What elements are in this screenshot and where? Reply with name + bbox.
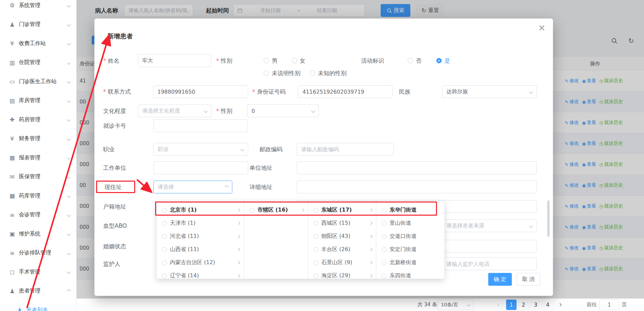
list-icon: ≡ (8, 212, 16, 218)
cascader-option[interactable]: 东华门街道 (376, 204, 444, 217)
gender-code-select[interactable]: 0 (247, 104, 319, 117)
gender-radio-unstated[interactable]: 未说明性别 (264, 69, 300, 77)
cascader-option[interactable]: 山西省 (11) (157, 243, 244, 256)
radio-icon (408, 58, 413, 63)
yen-icon: ¥ (8, 135, 16, 142)
chevron-right-icon (237, 209, 240, 212)
cascader-option[interactable]: 北新桥街道 (376, 256, 444, 269)
occupation-select[interactable]: 职业 (153, 143, 248, 156)
chevron-right-icon (237, 261, 240, 265)
sidebar-item-report-management[interactable]: ▦报表管理 (0, 148, 76, 167)
cascader-option[interactable]: 交道口街道 (376, 230, 444, 243)
total-count: 共 34 条 (417, 299, 437, 311)
sidebar-item-triage-queue-management[interactable]: ≡分诊排队管理 (0, 244, 76, 263)
cascader-panel: 北京市 (1) 天津市 (1) 河北省 (11) 山西省 (11) 内蒙古自治区… (156, 200, 445, 279)
postcode-input[interactable] (297, 143, 393, 156)
id-number-input[interactable] (298, 85, 392, 98)
cascader-option[interactable]: 西城区 (15) (308, 217, 376, 230)
close-button[interactable]: × (538, 23, 546, 32)
page-button-2[interactable]: 2 (518, 300, 529, 310)
page-button-4[interactable]: 4 (543, 300, 553, 310)
cascader-option[interactable]: 东城区 (17) (308, 204, 376, 217)
chevron-down-icon (67, 194, 70, 198)
unit-address-input[interactable] (297, 161, 537, 174)
active-flag-radio-yes[interactable]: 是 (436, 57, 450, 65)
sidebar-item-label: 库房管理 (19, 97, 67, 104)
visit-card-input[interactable] (153, 119, 248, 132)
sidebar-item-patient-management[interactable]: ♟患者管理 (0, 282, 76, 301)
sidebar-item-medical-insurance-management[interactable]: ✉医保管理 (0, 167, 76, 187)
guardian-phone-input[interactable] (442, 257, 537, 270)
cascader-option[interactable]: 安定门街道 (376, 243, 444, 256)
gear-icon: ⚙ (8, 2, 16, 9)
radio-icon (382, 247, 386, 252)
sidebar-item-label: 报表管理 (19, 154, 67, 161)
page-button-3[interactable]: 3 (530, 300, 541, 310)
cascader-option[interactable]: 朝阳区 (43) (308, 230, 376, 243)
education-select[interactable]: 请选择文化程度 (138, 104, 211, 117)
chevron-down-icon (311, 109, 315, 113)
current-address-cascader[interactable]: 请选择 (153, 181, 232, 193)
cascader-option[interactable]: 辽宁省 (14) (157, 269, 244, 279)
next-page-button[interactable] (555, 300, 565, 310)
sidebar-item-warehouse-management[interactable]: ▤库房管理 (0, 91, 76, 111)
cascader-option[interactable]: 丰台区 (26) (308, 243, 376, 256)
cascader-option[interactable]: 海淀区 (29) (308, 269, 376, 279)
sidebar-item-inpatient-management[interactable]: ▥住院管理 (0, 53, 76, 72)
occupation-placeholder: 职业 (158, 146, 241, 153)
chevron-down-icon (67, 251, 70, 255)
goto-page-input[interactable] (599, 300, 619, 310)
cascader-option[interactable]: 景山街道 (376, 217, 444, 230)
sidebar-item-consultation-management[interactable]: ≡会诊管理 (0, 206, 76, 225)
sidebar-item-charging-workstation[interactable]: ¥收费工作站 (0, 34, 76, 53)
cascader-option[interactable]: 内蒙古自治区 (12) (157, 256, 244, 269)
cascader-option[interactable]: 天津市 (1) (157, 217, 244, 230)
cascader-option[interactable]: 东四街道 (376, 269, 444, 279)
chevron-down-icon (204, 109, 207, 113)
radio-icon (162, 274, 167, 278)
sidebar-item-outpatient-doctor-workstation[interactable]: ▭门诊医生工作站 (0, 72, 76, 91)
sidebar-item-label: 门诊管理 (19, 21, 67, 28)
sidebar-item-outpatient-management[interactable]: ♟门诊管理 (0, 15, 76, 34)
nation-select[interactable]: 达斡尔族 (442, 85, 537, 98)
active-flag-radio-no[interactable]: 否 (408, 57, 421, 65)
sidebar-item-maintenance-system[interactable]: ▣维护系统 (0, 224, 76, 244)
gender-radio-group-extra: 未说明性别 未知的性别 (264, 67, 347, 80)
modal-scrollbar[interactable] (547, 200, 550, 237)
chevron-left-icon (498, 303, 501, 307)
page-size-select[interactable]: 10条/页 (437, 300, 474, 310)
detail-address-input[interactable] (297, 181, 537, 193)
chevron-right-icon (369, 261, 373, 265)
gender-radio-unknown[interactable]: 未知的性别 (310, 69, 347, 77)
cascader-option[interactable]: 市辖区 (16) (244, 204, 308, 217)
prev-page-button[interactable] (494, 300, 504, 310)
gender-radio-group: 男 女 (264, 54, 305, 67)
active-flag-radio-group: 否 是 (408, 54, 450, 67)
sidebar-item-label: 收费工作站 (19, 40, 67, 47)
chevron-down-icon (467, 303, 471, 307)
work-unit-input[interactable] (153, 161, 248, 174)
contact-input[interactable] (153, 85, 248, 98)
confirm-button[interactable]: 确 定 (488, 273, 512, 286)
sidebar-item-system-management[interactable]: ⚙系统管理 (0, 0, 76, 15)
occupation-label: 职业 (103, 143, 115, 156)
cancel-button[interactable]: 取 消 (517, 273, 540, 286)
sidebar-item-finance-management[interactable]: ¥财务管理 (0, 129, 76, 149)
cascader-column-street: 东华门街道 景山街道 交道口街道 安定门街道 北新桥街道 东四街道 (376, 201, 444, 279)
chevron-down-icon (67, 23, 70, 26)
sidebar-item-pharmacy-management[interactable]: ✚药房管理 (0, 110, 76, 129)
gender-radio-female[interactable]: 女 (292, 57, 305, 65)
sidebar-item-patient-list[interactable]: ♟ 患者列表 (0, 301, 77, 311)
visit-card-label: 就诊卡号 (103, 119, 126, 132)
page-button-1[interactable]: 1 (506, 300, 517, 310)
sidebar-item-drug-storage-management[interactable]: ▩药库管理 (0, 186, 76, 206)
sidebar-item-label: 患者管理 (19, 287, 67, 294)
cascader-option[interactable]: 北京市 (1) (157, 204, 244, 217)
sidebar-item-surgery-management[interactable]: ◻手术管理 (0, 262, 76, 282)
patient-source-select[interactable]: 请选择患者来源 (442, 219, 537, 232)
current-address-label: 现住址 (105, 181, 122, 193)
cascader-option[interactable]: 河北省 (11) (157, 230, 244, 243)
cascader-option[interactable]: 石景山区 (9) (308, 256, 376, 269)
gender-radio-male[interactable]: 男 (264, 57, 277, 65)
name-input[interactable] (138, 54, 211, 67)
